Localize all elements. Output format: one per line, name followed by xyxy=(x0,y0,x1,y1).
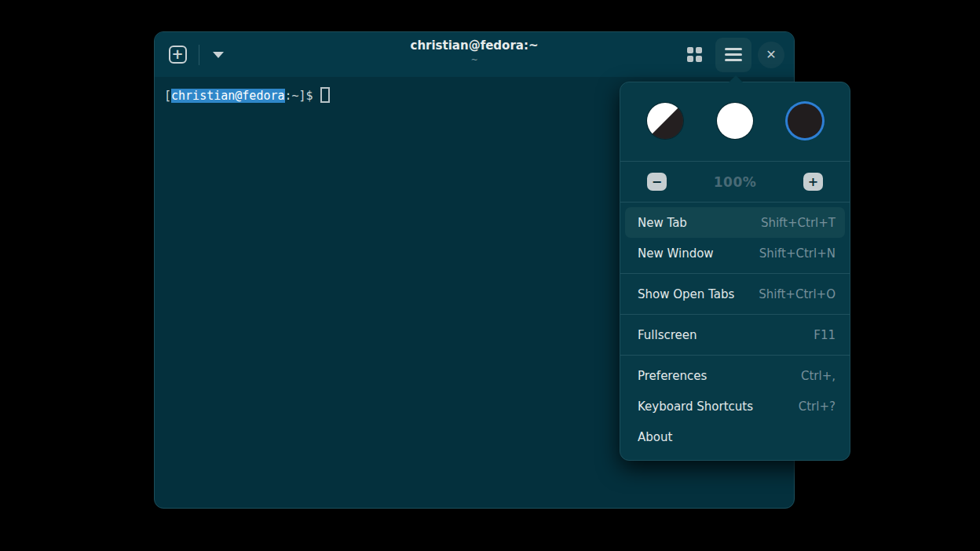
headerbar: + christian@fedora:~ ~ ✕ xyxy=(155,32,794,77)
plus-square-icon: + xyxy=(169,46,187,64)
prompt-bracket: [ xyxy=(164,89,171,103)
new-tab-options-button[interactable] xyxy=(207,42,229,68)
close-window-button[interactable]: ✕ xyxy=(758,42,784,68)
prompt-suffix: :~]$ xyxy=(285,89,313,103)
grid-icon xyxy=(687,47,702,62)
main-menu-popover: − 100% + New Tab Shift+Ctrl+T New Window… xyxy=(620,82,850,461)
menu-section-app: Preferences Ctrl+, Keyboard Shortcuts Ct… xyxy=(620,356,850,460)
minus-icon: − xyxy=(652,176,662,188)
zoom-out-button[interactable]: − xyxy=(647,173,667,191)
new-tab-button[interactable]: + xyxy=(164,42,191,68)
theme-dark-button-selected[interactable] xyxy=(788,104,822,138)
menu-item-keyboard-shortcuts[interactable]: Keyboard Shortcuts Ctrl+? xyxy=(625,391,845,421)
theme-light-button[interactable] xyxy=(717,103,753,139)
popover-arrow xyxy=(729,75,743,82)
zoom-in-button[interactable]: + xyxy=(803,173,823,191)
zoom-level[interactable]: 100% xyxy=(714,174,757,190)
tab-overview-button[interactable] xyxy=(679,40,709,70)
plus-icon: + xyxy=(808,176,818,188)
terminal-cursor xyxy=(320,87,330,103)
zoom-controls: − 100% + xyxy=(620,162,850,202)
menu-item-preferences[interactable]: Preferences Ctrl+, xyxy=(625,360,845,391)
menu-item-new-window[interactable]: New Window Shift+Ctrl+N xyxy=(625,238,845,268)
theme-follow-system-button[interactable] xyxy=(647,103,683,139)
main-menu-button[interactable] xyxy=(715,38,751,72)
window-subtitle: ~ xyxy=(411,55,539,65)
header-separator xyxy=(199,45,199,65)
menu-item-about[interactable]: About xyxy=(625,421,845,452)
close-icon: ✕ xyxy=(766,47,776,62)
menu-item-new-tab[interactable]: New Tab Shift+Ctrl+T xyxy=(625,207,845,238)
menu-section-view: Fullscreen F11 xyxy=(620,315,850,355)
menu-section-overview: Show Open Tabs Shift+Ctrl+O xyxy=(620,274,850,314)
window-title: christian@fedora:~ xyxy=(411,38,539,53)
menu-section-tabs: New Tab Shift+Ctrl+T New Window Shift+Ct… xyxy=(620,203,850,273)
chevron-down-icon xyxy=(213,52,224,58)
menu-item-fullscreen[interactable]: Fullscreen F11 xyxy=(625,319,845,350)
theme-selector xyxy=(620,82,850,161)
hamburger-icon xyxy=(725,48,742,50)
menu-item-show-open-tabs[interactable]: Show Open Tabs Shift+Ctrl+O xyxy=(625,279,845,309)
window-title-block: christian@fedora:~ ~ xyxy=(411,38,539,65)
prompt-selected-text: christian@fedora xyxy=(171,89,285,103)
